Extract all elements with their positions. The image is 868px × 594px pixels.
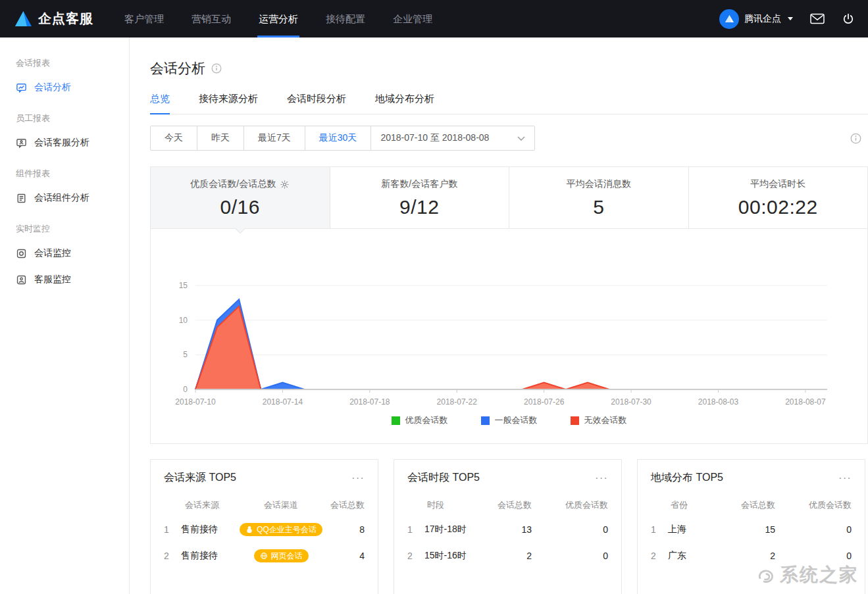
table-row[interactable]: 1 17时-18时 13 0 [407,516,608,543]
rank: 1 [407,524,417,535]
column-header: 会话渠道 [232,499,330,511]
table-row[interactable]: 2 15时-16时 2 0 [407,543,608,569]
gear-icon[interactable] [280,180,290,189]
legend-item-quality-sessions[interactable]: 优质会话数 [392,414,448,426]
info-icon[interactable] [850,133,861,144]
nav-item-marketing-interaction[interactable]: 营销互动 [181,0,242,37]
app-title: 企点客服 [38,10,93,28]
stat-card-new-customers-vs-session-customers[interactable]: 新客数/会话客户数 9/12 [330,167,510,228]
column-header: 会话总数 [474,499,532,511]
session-count: 2 [474,551,532,561]
stat-title: 平均会话消息数 [567,178,631,190]
topbar-right: 腾讯企点 [719,9,855,29]
legend-swatch-red [571,416,579,425]
svg-text:2018-07-14: 2018-07-14 [263,397,303,407]
quality-session-count: 0 [532,551,608,561]
stat-card-avg-session-duration[interactable]: 平均会话时长 00:02:22 [689,167,868,228]
stat-card-quality-vs-total-sessions[interactable]: 优质会话数/会话总数 0/16 [151,167,330,228]
stat-card-avg-session-messages[interactable]: 平均会话消息数 5 [509,167,689,228]
page-title-row: 会话分析 [150,59,868,78]
channel-badge: 网页会话 [254,549,309,562]
badge-label: QQ企业主号会话 [257,524,317,535]
sidebar-section-component-reports: 组件报表 [0,156,129,185]
qidian-logo-icon [14,11,32,27]
sessions-trend-chart: 0510152018-07-102018-07-142018-07-182018… [151,239,867,410]
filter-last7days-button[interactable]: 最近7天 [243,126,305,151]
tab-overview[interactable]: 总览 [150,93,170,114]
main-nav: 客户管理 营销互动 运营分析 接待配置 企业管理 [111,0,446,37]
svg-text:15: 15 [179,281,188,290]
legend-label: 一般会话数 [495,414,538,426]
rank: 2 [164,551,173,561]
legend-item-invalid-sessions[interactable]: 无效会话数 [571,414,627,426]
sidebar-item-agent-monitor[interactable]: 客服监控 [0,266,129,293]
account-menu[interactable]: 腾讯企点 [719,9,793,29]
rank: 2 [407,551,417,561]
tab-region-distribution-analysis[interactable]: 地域分布分析 [375,93,434,114]
card-session-source-top5: 会话来源 TOP5 ··· 会话来源 会话渠道 会话总数 1 售前接待 [150,459,378,594]
stats-row: 优质会话数/会话总数 0/16 新客数/会话客户数 9/12 [151,167,867,229]
more-icon[interactable]: ··· [595,472,608,483]
chevron-down-icon [517,136,525,141]
sidebar-item-agent-session-analysis[interactable]: 会话客服分析 [0,130,129,156]
main-content: 会话分析 总览 接待来源分析 会话时段分析 地域分布分析 今天 昨天 最近7天 … [130,37,868,594]
avatar [719,9,739,29]
table-row[interactable]: 1 售前接待 QQ企业主号会话 8 [164,516,365,543]
filter-today-button[interactable]: 今天 [150,126,197,151]
nav-item-enterprise-management[interactable]: 企业管理 [382,0,443,37]
column-header: 省份 [651,499,717,511]
stat-value: 0/16 [151,196,330,218]
column-header: 时段 [407,499,474,511]
chat-analysis-icon [16,82,27,93]
sidebar-item-session-monitor[interactable]: 会话监控 [0,240,129,266]
session-count: 15 [717,524,775,535]
table-header-row: 会话来源 会话渠道 会话总数 [164,494,365,516]
column-header: 优质会话数 [775,499,852,511]
info-icon[interactable] [211,63,222,74]
table-row[interactable]: 2 广东 2 0 [651,543,852,569]
nav-item-operations-analysis[interactable]: 运营分析 [248,0,309,37]
session-count: 8 [330,524,365,535]
svg-text:0: 0 [183,385,188,394]
tab-reception-source-analysis[interactable]: 接待来源分析 [199,93,258,114]
period-label: 15时-16时 [424,550,467,562]
date-range-value: 2018-07-10 至 2018-08-08 [380,132,489,144]
more-icon[interactable]: ··· [351,472,365,483]
chart-area: 0510152018-07-102018-07-142018-07-182018… [151,229,867,410]
channel-badge: QQ企业主号会话 [240,523,322,536]
legend-label: 优质会话数 [405,414,448,426]
stat-value: 9/12 [330,196,509,218]
mail-icon[interactable] [810,13,825,24]
card-session-period-top5: 会话时段 TOP5 ··· 时段 会话总数 优质会话数 1 17时-18时 [394,459,622,594]
legend-swatch-green [392,416,400,425]
quality-session-count: 0 [775,551,852,561]
legend-swatch-blue [481,416,490,425]
date-filter-row: 今天 昨天 最近7天 最近30天 2018-07-10 至 2018-08-08 [150,126,868,151]
nav-item-reception-config[interactable]: 接待配置 [315,0,376,37]
tab-session-period-analysis[interactable]: 会话时段分析 [287,93,346,114]
column-header: 优质会话数 [532,499,608,511]
sidebar-item-session-analysis[interactable]: 会话分析 [0,74,129,101]
source-label: 售前接待 [181,524,218,535]
table-row[interactable]: 1 上海 15 0 [651,516,852,543]
page-title: 会话分析 [150,59,205,78]
card-title: 地域分布 TOP5 [651,471,723,485]
app-logo[interactable]: 企点客服 [14,10,93,28]
card-title: 会话时段 TOP5 [407,471,480,485]
card-title: 会话来源 TOP5 [164,471,236,485]
filter-last30days-button[interactable]: 最近30天 [305,126,372,151]
svg-text:2018-07-22: 2018-07-22 [437,397,478,407]
legend-item-normal-sessions[interactable]: 一般会话数 [481,414,538,426]
more-icon[interactable]: ··· [838,472,852,483]
logout-icon[interactable] [842,12,855,26]
sidebar-item-component-analysis[interactable]: 会话组件分析 [0,185,129,211]
date-range-picker[interactable]: 2018-07-10 至 2018-08-08 [370,126,535,151]
stat-value: 00:02:22 [689,196,868,218]
period-label: 17时-18时 [424,524,467,535]
agent-monitor-icon [16,274,27,285]
sidebar-item-label: 会话客服分析 [34,137,89,149]
filter-yesterday-button[interactable]: 昨天 [197,126,244,151]
quality-session-count: 0 [532,524,608,535]
nav-item-customer-management[interactable]: 客户管理 [114,0,174,37]
table-row[interactable]: 2 售前接待 网页会话 4 [164,543,365,569]
